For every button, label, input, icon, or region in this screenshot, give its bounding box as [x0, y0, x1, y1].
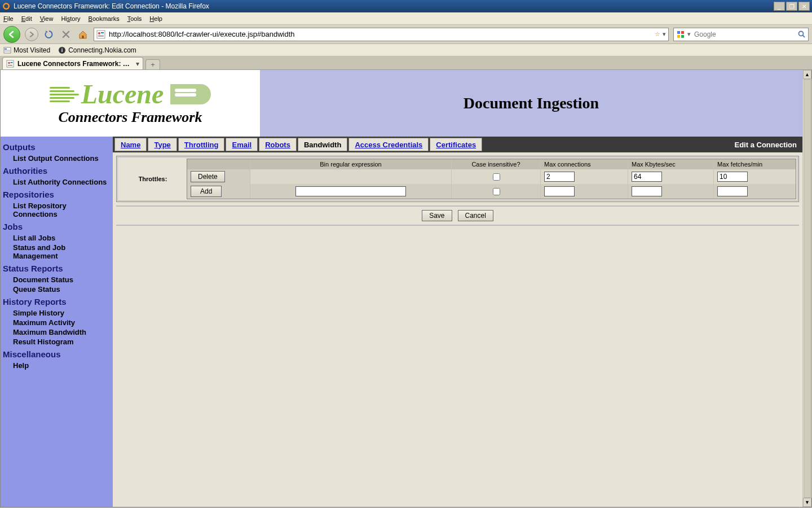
- stop-button[interactable]: [60, 28, 72, 41]
- menu-file[interactable]: File: [3, 15, 14, 22]
- bookmarks-toolbar: Most Visited i Connecting.Nokia.com: [0, 44, 812, 56]
- scroll-down-icon[interactable]: ▼: [803, 498, 811, 507]
- bookmark-most-visited[interactable]: Most Visited: [3, 46, 50, 54]
- sidebar-section-title: Authorities: [3, 166, 112, 176]
- th-case: Case insensitive?: [452, 159, 541, 169]
- th-regex: Bin regular expression: [250, 159, 452, 169]
- window-title: Lucene Connectors Framework: Edit Connec…: [14, 2, 209, 10]
- svg-rect-21: [11, 62, 13, 63]
- menu-view[interactable]: View: [40, 15, 54, 22]
- tab-email[interactable]: Email: [226, 138, 258, 151]
- th-fetches: Max fetches/min: [714, 159, 796, 169]
- forward-button[interactable]: [25, 28, 38, 41]
- kbytes-input-add[interactable]: [632, 186, 662, 196]
- search-icon[interactable]: [798, 30, 806, 38]
- menu-history[interactable]: History: [61, 15, 80, 22]
- regex-input[interactable]: [295, 186, 406, 196]
- tab-robots[interactable]: Robots: [259, 138, 297, 151]
- fetches-input[interactable]: [717, 172, 748, 182]
- bookmark-label: Connecting.Nokia.com: [68, 46, 136, 54]
- delete-button[interactable]: Delete: [191, 171, 225, 182]
- bookmark-star-icon[interactable]: ☆: [655, 30, 660, 38]
- menu-bar: File Edit View History Bookmarks Tools H…: [0, 12, 812, 25]
- sidebar-link[interactable]: Maximum Bandwidth: [13, 328, 112, 336]
- logo-line-1: Lucene: [81, 81, 211, 108]
- scroll-up-icon[interactable]: ▲: [803, 70, 811, 79]
- sidebar-link[interactable]: Status and Job Management: [13, 243, 112, 260]
- bookmark-label: Most Visited: [14, 46, 50, 54]
- maxconn-input-add[interactable]: [544, 186, 575, 196]
- sidebar-link[interactable]: Help: [13, 361, 112, 370]
- window-titlebar: Lucene Connectors Framework: Edit Connec…: [0, 0, 812, 12]
- sidebar-section-title: Jobs: [3, 222, 112, 231]
- svg-rect-15: [5, 50, 10, 50]
- app-header: Lucene Connectors Framework Document Ing…: [1, 70, 802, 137]
- th-kbytes: Max Kbytes/sec: [628, 159, 714, 169]
- tab-dropdown-icon[interactable]: ▾: [136, 60, 139, 68]
- add-button[interactable]: Add: [191, 186, 222, 197]
- cancel-button[interactable]: Cancel: [458, 210, 493, 221]
- svg-rect-9: [677, 35, 680, 38]
- menu-edit[interactable]: Edit: [21, 15, 32, 22]
- save-button[interactable]: Save: [422, 210, 452, 221]
- throttles-table: Bin regular expression Case insensitive?…: [187, 159, 796, 199]
- sidebar-section-title: Status Reports: [3, 264, 112, 273]
- sidebar-link[interactable]: List Repository Connections: [13, 202, 112, 218]
- tab-strip: Lucene Connectors Framework: Edit … ▾ +: [0, 56, 812, 70]
- sidebar-section-title: History Reports: [3, 297, 112, 306]
- url-bar[interactable]: ☆ ▾: [94, 28, 669, 41]
- svg-point-11: [799, 31, 804, 36]
- minimize-button[interactable]: _: [774, 2, 785, 11]
- new-tab-button[interactable]: +: [145, 59, 160, 69]
- sidebar-link[interactable]: Maximum Activity: [13, 318, 112, 327]
- back-button[interactable]: [3, 26, 20, 43]
- svg-rect-22: [8, 65, 12, 65]
- sidebar-link[interactable]: Result Histogram: [13, 338, 112, 346]
- tab-throttling[interactable]: Throttling: [178, 138, 225, 151]
- case-checkbox-add[interactable]: [493, 188, 500, 195]
- speedlines-icon: [50, 87, 79, 102]
- sidebar-link[interactable]: Document Status: [13, 275, 112, 284]
- reload-button[interactable]: [43, 28, 55, 41]
- sidebar-link[interactable]: Queue Status: [13, 285, 112, 294]
- sidebar-link[interactable]: List Output Connections: [13, 154, 112, 163]
- page-viewport: Lucene Connectors Framework Document Ing…: [0, 70, 812, 507]
- search-bar[interactable]: ▾: [673, 28, 809, 41]
- sidebar-link[interactable]: Simple History: [13, 309, 112, 317]
- menu-tools[interactable]: Tools: [127, 15, 142, 22]
- tab-bandwidth[interactable]: Bandwidth: [298, 138, 347, 151]
- page-favicon-icon: [96, 30, 105, 39]
- url-dropdown-icon[interactable]: ▾: [663, 30, 666, 38]
- kbytes-input[interactable]: [632, 172, 662, 182]
- fetches-input-add[interactable]: [717, 186, 748, 196]
- firefox-icon: [2, 2, 10, 10]
- svg-rect-8: [681, 31, 684, 34]
- svg-rect-7: [677, 31, 680, 34]
- menu-bookmarks[interactable]: Bookmarks: [89, 15, 120, 22]
- close-window-button[interactable]: ✕: [798, 2, 810, 11]
- sidebar-link[interactable]: List Authority Connections: [13, 178, 112, 186]
- tab-type[interactable]: Type: [148, 138, 176, 151]
- maxconn-input[interactable]: [544, 172, 575, 182]
- vertical-scrollbar[interactable]: ▲ ▼: [802, 70, 811, 507]
- table-row: Add: [187, 184, 796, 199]
- url-input[interactable]: [108, 29, 652, 40]
- tab-name[interactable]: Name: [114, 138, 147, 151]
- scroll-thumb[interactable]: [804, 79, 811, 498]
- cell-regex: [250, 169, 452, 184]
- sidebar-section-title: Miscellaneous: [3, 349, 112, 359]
- browser-tab[interactable]: Lucene Connectors Framework: Edit … ▾: [2, 57, 143, 69]
- case-checkbox[interactable]: [493, 173, 500, 181]
- sidebar-link[interactable]: List all Jobs: [13, 234, 112, 242]
- search-input[interactable]: [693, 30, 798, 39]
- search-dropdown-icon[interactable]: ▾: [687, 30, 691, 38]
- tab-certificates[interactable]: Certificates: [430, 138, 482, 151]
- tab-access-credentials[interactable]: Access Credentials: [348, 138, 429, 151]
- home-button[interactable]: [77, 28, 89, 41]
- table-row: Delete: [187, 169, 796, 184]
- bookmark-nokia[interactable]: i Connecting.Nokia.com: [58, 46, 136, 54]
- maximize-button[interactable]: ❐: [786, 2, 797, 11]
- svg-point-20: [8, 62, 10, 64]
- menu-help[interactable]: Help: [149, 15, 162, 22]
- svg-text:i: i: [61, 47, 63, 53]
